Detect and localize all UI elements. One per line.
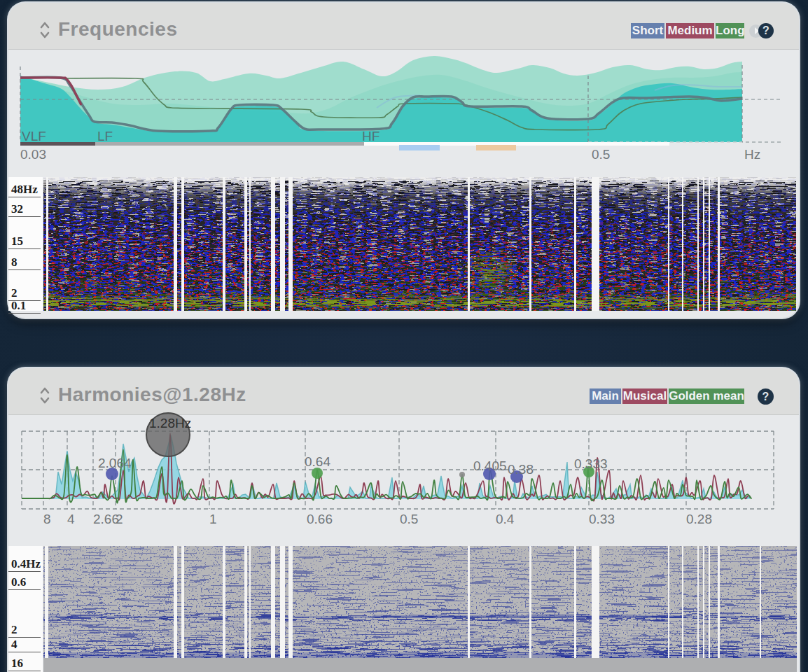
svg-text:0.03: 0.03 [20,147,46,162]
svg-text:0.33: 0.33 [589,512,615,526]
svg-text:0.66: 0.66 [307,512,333,526]
svg-text:0.5: 0.5 [400,512,418,526]
svg-text:1: 1 [209,512,217,526]
svg-text:4: 4 [67,512,75,526]
svg-text:Hz: Hz [744,147,760,162]
svg-text:2.064: 2.064 [98,456,132,470]
svg-text:HF: HF [362,129,379,144]
svg-text:0.405: 0.405 [473,458,507,473]
svg-text:VLF: VLF [22,129,46,144]
svg-text:0.38: 0.38 [508,462,534,477]
svg-text:LF: LF [97,129,113,144]
svg-text:2: 2 [116,512,123,526]
svg-text:8: 8 [43,512,51,526]
svg-text:0.333: 0.333 [574,456,608,471]
svg-text:0.5: 0.5 [592,147,610,162]
svg-text:0.28: 0.28 [686,512,712,526]
svg-text:0.4: 0.4 [496,512,515,526]
svg-text:0.64: 0.64 [305,454,330,469]
svg-text:1.28Hz: 1.28Hz [149,416,191,430]
